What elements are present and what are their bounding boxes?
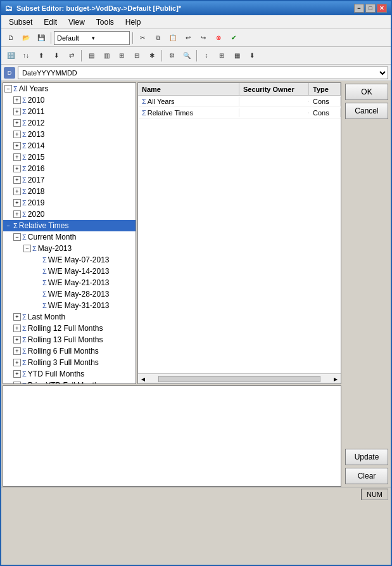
tree-item-we-may-14-2013[interactable]: Σ W/E May-14-2013 [3, 266, 136, 277]
tb2-btn2[interactable]: ↑↓ [19, 49, 33, 63]
bottom-text-area[interactable] [3, 385, 341, 487]
redo-icon[interactable]: ↪ [196, 31, 210, 45]
scroll-right-btn[interactable]: ▸ [331, 375, 341, 383]
tree-item-2014[interactable]: + Σ 2014 [3, 140, 136, 151]
tree-item-relative-times[interactable]: − Σ Relative Times [3, 220, 136, 231]
expand-2014[interactable]: + [13, 142, 21, 150]
tb2-btn6[interactable]: ▤ [84, 49, 98, 63]
subset-dropdown[interactable]: Default ▾ [54, 31, 130, 45]
expand-rolling-12[interactable]: + [13, 325, 21, 332]
expand-prior-ytd[interactable]: + [13, 382, 21, 384]
menu-subset[interactable]: Subset [4, 16, 37, 28]
separator-3 [81, 50, 82, 61]
tree-item-current-month[interactable]: − Σ Current Month [3, 231, 136, 243]
expand-rolling-6[interactable]: + [13, 347, 21, 355]
expand-2012[interactable]: + [13, 119, 21, 127]
horizontal-scrollbar[interactable]: ◂ ▸ [138, 373, 341, 383]
tree-item-we-may-31-2013[interactable]: Σ W/E May-31-2013 [3, 300, 136, 311]
minimize-button[interactable]: − [354, 4, 364, 13]
tb2-btn10[interactable]: ✱ [145, 49, 159, 63]
tb2-btn5[interactable]: ⇄ [65, 49, 79, 63]
open-icon[interactable]: 📂 [19, 31, 33, 45]
tree-item-2010[interactable]: + Σ 2010 [3, 94, 136, 106]
expand-current-month[interactable]: − [13, 233, 21, 241]
expand-2015[interactable]: + [13, 153, 21, 161]
tb2-btn16[interactable]: ⬇ [245, 49, 259, 63]
copy-icon[interactable]: ⧉ [151, 31, 165, 45]
menu-help[interactable]: Help [120, 16, 146, 28]
undo-icon[interactable]: ↩ [181, 31, 195, 45]
expand-all-years[interactable]: − [4, 85, 12, 93]
new-icon[interactable]: 🗋 [4, 31, 18, 45]
tree-item-2013[interactable]: + Σ 2013 [3, 129, 136, 140]
tree-item-2012[interactable]: + Σ 2012 [3, 117, 136, 129]
expand-2019[interactable]: + [13, 199, 21, 207]
expand-2017[interactable]: + [13, 176, 21, 184]
menu-view[interactable]: View [63, 16, 90, 28]
dimension-dropdown[interactable]: DateYYYYMMDD [18, 67, 388, 79]
list-row-all-years[interactable]: Σ All Years Cons [138, 96, 341, 107]
tb2-btn1[interactable]: 🔡 [4, 49, 18, 63]
tree-item-rolling-3[interactable]: + Σ Rolling 3 Full Months [3, 357, 136, 368]
toolbar-1: 🗋 📂 💾 Default ▾ ✂ ⧉ 📋 ↩ ↪ ⊗ ✔ [1, 29, 391, 47]
expand-relative-times[interactable]: − [4, 222, 12, 229]
paste-icon[interactable]: 📋 [166, 31, 180, 45]
tb2-btn8[interactable]: ⊞ [115, 49, 129, 63]
expand-may-2013[interactable]: − [23, 245, 31, 252]
tree-item-2016[interactable]: + Σ 2016 [3, 163, 136, 174]
tree-item-2020[interactable]: + Σ 2020 [3, 209, 136, 220]
tree-item-2011[interactable]: + Σ 2011 [3, 106, 136, 117]
expand-2010[interactable]: + [13, 96, 21, 104]
clear-button[interactable]: Clear [345, 468, 388, 484]
tree-item-last-month[interactable]: + Σ Last Month [3, 311, 136, 323]
tb2-btn14[interactable]: ⊞ [215, 49, 229, 63]
accept-icon[interactable]: ✔ [227, 31, 241, 45]
close-button[interactable]: ✕ [377, 4, 387, 13]
expand-2011[interactable]: + [13, 108, 21, 115]
tree-item-2019[interactable]: + Σ 2019 [3, 197, 136, 209]
tb2-btn4[interactable]: ⬇ [49, 49, 63, 63]
scroll-track[interactable] [158, 376, 320, 382]
expand-2013[interactable]: + [13, 131, 21, 138]
col-header-type: Type [309, 83, 341, 95]
menu-tools[interactable]: Tools [91, 16, 119, 28]
update-button[interactable]: Update [345, 449, 388, 465]
ok-button[interactable]: OK [345, 84, 388, 100]
tb2-btn7[interactable]: ▥ [99, 49, 113, 63]
tb2-btn9[interactable]: ⊟ [130, 49, 144, 63]
expand-2016[interactable]: + [13, 165, 21, 172]
tree-item-2017[interactable]: + Σ 2017 [3, 174, 136, 186]
expand-rolling-3[interactable]: + [13, 359, 21, 366]
cancel-button[interactable]: Cancel [345, 103, 388, 119]
expand-2018[interactable]: + [13, 188, 21, 195]
tree-item-may-2013[interactable]: − Σ May-2013 [3, 243, 136, 254]
maximize-button[interactable]: □ [365, 4, 376, 13]
tree-item-rolling-13[interactable]: + Σ Rolling 13 Full Months [3, 334, 136, 345]
menu-edit[interactable]: Edit [39, 16, 62, 28]
tree-item-we-may-21-2013[interactable]: Σ W/E May-21-2013 [3, 277, 136, 288]
tree-item-2018[interactable]: + Σ 2018 [3, 186, 136, 197]
tree-item-all-years[interactable]: − Σ All Years [3, 83, 136, 94]
tree-item-rolling-12[interactable]: + Σ Rolling 12 Full Months [3, 323, 136, 334]
tree-item-rolling-6[interactable]: + Σ Rolling 6 Full Months [3, 345, 136, 357]
tb2-btn12[interactable]: 🔍 [180, 49, 194, 63]
tb2-btn3[interactable]: ⬆ [34, 49, 48, 63]
tree-item-we-may-28-2013[interactable]: Σ W/E May-28-2013 [3, 288, 136, 300]
tree-item-ytd[interactable]: + Σ YTD Full Months [3, 368, 136, 380]
list-row-relative-times[interactable]: Σ Relative Times Cons [138, 107, 341, 119]
stop-icon[interactable]: ⊗ [212, 31, 225, 45]
tree-item-2015[interactable]: + Σ 2015 [3, 151, 136, 163]
expand-2020[interactable]: + [13, 210, 21, 218]
tree-item-we-may-07-2013[interactable]: Σ W/E May-07-2013 [3, 254, 136, 266]
bottom-right-buttons: Update Clear [343, 385, 391, 487]
tb2-btn13[interactable]: ↕ [199, 49, 213, 63]
tree-item-prior-ytd[interactable]: + Σ Prior YTD Full Months [3, 380, 136, 384]
expand-rolling-13[interactable]: + [13, 336, 21, 344]
save-icon[interactable]: 💾 [34, 31, 48, 45]
tb2-btn15[interactable]: ▦ [230, 49, 244, 63]
tb2-btn11[interactable]: ⚙ [165, 49, 179, 63]
cut-icon[interactable]: ✂ [136, 31, 149, 45]
expand-last-month[interactable]: + [13, 313, 21, 321]
scroll-left-btn[interactable]: ◂ [138, 375, 148, 383]
expand-ytd[interactable]: + [13, 370, 21, 378]
